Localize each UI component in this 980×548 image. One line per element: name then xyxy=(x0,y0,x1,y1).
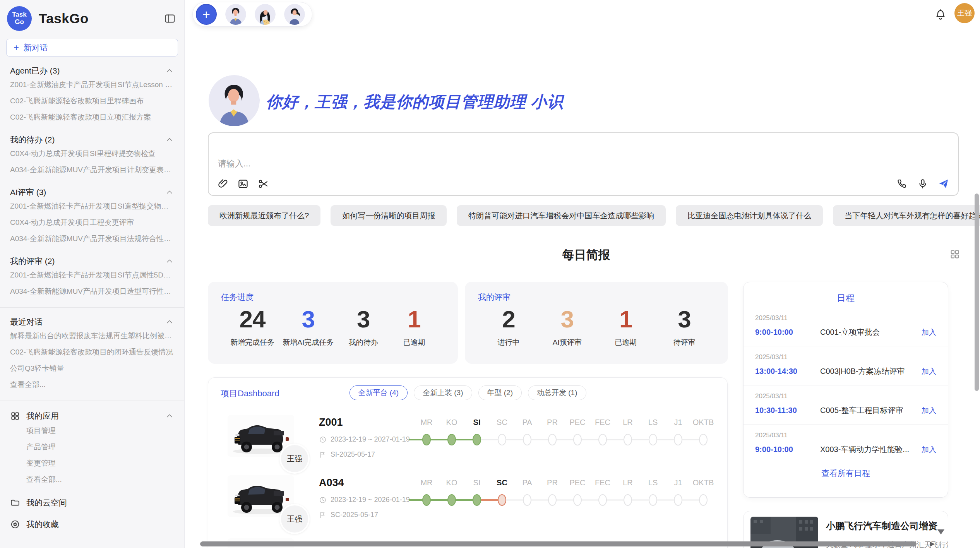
stat-item: 24新增完成任务 xyxy=(230,304,274,348)
app-subitem[interactable]: 查看全部... xyxy=(26,471,174,488)
project-row[interactable]: 王强Z0012023-12-19 ~ 2027-01-19SI-2025-05-… xyxy=(228,415,719,459)
project-thumbnail: 王强 xyxy=(228,475,294,517)
my-apps-label: 我的应用 xyxy=(26,411,59,421)
layout-grid-icon[interactable] xyxy=(949,248,961,260)
dashboard-filter-chip[interactable]: 全新平台 (4) xyxy=(350,385,408,400)
sidebar-item-my-apps[interactable]: 我的应用 xyxy=(10,409,174,423)
agent-avatar-2[interactable] xyxy=(255,4,276,25)
greeting-text: 你好，王强，我是你的项目管理助理 小识 xyxy=(266,91,563,113)
sidebar-item[interactable]: C02-飞腾新能源轻客改款项目立项汇报方案 xyxy=(10,109,174,125)
chevron-up-icon[interactable] xyxy=(165,257,174,266)
event-time: 9:00-10:00 xyxy=(755,328,820,337)
chat-input[interactable]: 请输入... xyxy=(208,132,959,196)
clock-icon xyxy=(319,436,327,444)
sidebar-item[interactable]: Z001-全新燃油轻卡产品开发项目SI节点属性5D文件评审 xyxy=(10,267,174,283)
mic-icon[interactable] xyxy=(917,178,929,190)
sidebar: Task Go TaskGo + 新对话 Agent已办 (3)Z001-全新燃… xyxy=(0,0,185,548)
paperclip-icon[interactable] xyxy=(217,178,229,190)
section-header: 最近对话 xyxy=(10,316,174,328)
assistant-avatar xyxy=(209,75,260,126)
sidebar-item-favorites-label: 我的收藏 xyxy=(26,519,59,530)
chevron-up-icon[interactable] xyxy=(165,66,174,75)
sidebar-item[interactable]: A034-全新新能源MUV产品开发项目造型可行性评审 xyxy=(10,283,174,300)
recent-conversation-item[interactable]: C02-飞腾新能源轻客改款项目的闭环通告反馈情况 xyxy=(10,344,174,360)
schedule-event: 2025/03/1113:00-14:30C003|H0B-方案冻结评审加入 xyxy=(744,346,948,385)
image-icon[interactable] xyxy=(237,178,249,190)
schedule-list: 2025/03/119:00-10:00C001-立项审批会加入2025/03/… xyxy=(744,307,948,463)
join-link[interactable]: 加入 xyxy=(922,406,936,416)
sidebar-item[interactable]: A034-全新新能源MUV产品开发项目法规符合性评审 xyxy=(10,231,174,247)
sidebar-item[interactable]: Z001-全新燃油皮卡产品开发项目SI节点Lesson Learn报告 xyxy=(10,77,174,93)
logo-line2: Go xyxy=(15,19,24,26)
vertical-scrollbar[interactable] xyxy=(975,194,979,391)
phone-icon[interactable] xyxy=(896,178,908,190)
add-agent-button[interactable]: + xyxy=(196,4,217,25)
sidebar-item[interactable]: C02-飞腾新能源轻客改款项目里程碑画布 xyxy=(10,93,174,109)
project-row[interactable]: 王强A0342023-12-19 ~ 2026-01-19SC-2025-05-… xyxy=(228,475,719,519)
stat-value: 2 xyxy=(487,304,530,334)
notification-bell-icon[interactable] xyxy=(934,9,947,21)
join-link[interactable]: 加入 xyxy=(922,327,936,337)
briefing-header: 每日简报 xyxy=(208,247,965,264)
sidebar-item-favorites[interactable]: 我的收藏 xyxy=(10,518,174,531)
sidebar-item[interactable]: Z001-全新燃油轻卡产品开发项目SI造型提交物评审 xyxy=(10,198,174,214)
scissors-icon[interactable] xyxy=(257,178,269,190)
scroll-right-arrow[interactable] xyxy=(930,541,935,547)
app-subitem[interactable]: 变更管理 xyxy=(26,455,174,471)
sidebar-item-cloud-space[interactable]: 我的云空间 xyxy=(10,496,174,509)
schedule-card: 日程 2025/03/119:00-10:00C001-立项审批会加入2025/… xyxy=(743,282,948,498)
sidebar-item[interactable]: C0X4-动力总成开发项目工程变更评审 xyxy=(10,214,174,231)
view-all-schedule-link[interactable]: 查看所有日程 xyxy=(744,468,948,479)
dashboard-filter-chip[interactable]: 年型 (2) xyxy=(478,385,522,400)
recent-conversation-item[interactable]: 查看全部... xyxy=(10,377,174,393)
project-owner-badge: 王强 xyxy=(279,444,310,474)
sidebar-collapse-icon[interactable] xyxy=(164,13,176,24)
stat-label: AI预评审 xyxy=(546,337,588,348)
stat-item: 3新增AI完成任务 xyxy=(283,304,334,348)
suggestion-chip[interactable]: 特朗普可能对进口汽车增税会对中国车企造成哪些影响 xyxy=(457,205,666,226)
folder-icon xyxy=(10,498,20,508)
project-date-range: 2023-12-19 ~ 2026-01-19 xyxy=(331,496,410,504)
stat-label: 已逾期 xyxy=(605,337,647,348)
dashboard-filter-chip[interactable]: 动总开发 (1) xyxy=(528,385,586,400)
dashboard-filter-chip[interactable]: 全新上装 (3) xyxy=(414,385,472,400)
svg-text:KO: KO xyxy=(446,418,457,426)
recent-conversation-item[interactable]: 公司Q3轻卡销量 xyxy=(10,360,174,377)
user-avatar[interactable]: 王强 xyxy=(954,3,975,23)
suggestion-chip[interactable]: 欧洲新规最近颁布了什么? xyxy=(208,205,320,226)
new-chat-button[interactable]: + 新对话 xyxy=(6,39,178,57)
app-logo: Task Go xyxy=(7,6,32,31)
agent-avatar-1[interactable] xyxy=(225,4,246,25)
event-date: 2025/03/11 xyxy=(755,353,936,361)
chevron-up-icon[interactable] xyxy=(165,317,174,327)
scroll-down-arrow[interactable] xyxy=(937,529,944,534)
join-link[interactable]: 加入 xyxy=(922,445,936,455)
chevron-up-icon[interactable] xyxy=(165,188,174,197)
sidebar-header: Task Go TaskGo xyxy=(0,0,184,31)
clock-icon xyxy=(319,496,327,504)
send-icon[interactable] xyxy=(938,178,949,190)
project-flag: SC-2025-05-17 xyxy=(319,511,408,519)
svg-text:OKTB: OKTB xyxy=(693,418,714,426)
sidebar-item[interactable]: A034-全新新能源MUV产品开发项目计划变更表编写 xyxy=(10,162,174,178)
horizontal-scrollbar[interactable] xyxy=(200,541,917,546)
event-time: 13:00-14:30 xyxy=(755,367,820,376)
chevron-up-icon[interactable] xyxy=(165,411,174,421)
app-subitem[interactable]: 产品管理 xyxy=(26,439,174,455)
join-link[interactable]: 加入 xyxy=(922,366,936,377)
suggestion-chip[interactable]: 比亚迪全固态电池计划具体说了什么 xyxy=(676,205,823,226)
svg-text:PEC: PEC xyxy=(569,478,585,487)
app-subitem[interactable]: 项目管理 xyxy=(26,423,174,439)
svg-text:SI: SI xyxy=(473,418,481,426)
event-date: 2025/03/11 xyxy=(755,432,936,439)
chevron-up-icon[interactable] xyxy=(165,135,174,144)
sidebar-item[interactable]: C0X4-动力总成开发项目SI里程碑提交物检查 xyxy=(10,146,174,162)
suggestion-chip[interactable]: 如何写一份清晰的项目周报 xyxy=(331,205,447,226)
stat-label: 新增AI完成任务 xyxy=(283,337,334,348)
schedule-event: 2025/03/119:00-10:00X003-车辆动力学性能验...加入 xyxy=(744,425,948,463)
svg-text:PR: PR xyxy=(547,418,558,426)
agent-avatar-3[interactable] xyxy=(284,4,305,25)
suggestion-chip[interactable]: 当下年轻人对汽车外观有怎样的喜好趋势 xyxy=(833,205,980,226)
svg-text:OKTB: OKTB xyxy=(693,478,714,487)
recent-conversation-item[interactable]: 解释最新出台的欧盟报废车法规再生塑料比例被调至15%... xyxy=(10,328,174,344)
